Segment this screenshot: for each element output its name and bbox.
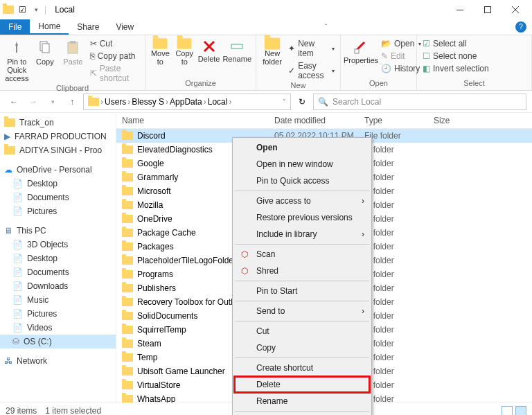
minimize-button[interactable] [446,0,474,19]
cm-rename[interactable]: Rename [234,393,370,409]
context-menu: Open Open in new window Pin to Quick acc… [232,137,372,415]
cut-button[interactable]: ✂Cut [89,38,141,49]
sidebar-item[interactable]: 📄Documents [0,265,116,279]
cm-scan[interactable]: ⬡Scan [234,246,370,263]
cm-delete[interactable]: Delete [234,376,370,393]
cm-send-to[interactable]: Send to› [234,303,370,319]
back-button[interactable]: ← [6,97,22,107]
copy-button[interactable]: Copy [33,37,58,84]
history-icon: 🕘 [381,64,391,73]
sidebar-item[interactable]: ☁OneDrive - Personal [0,163,116,177]
properties-button[interactable]: Properties [345,37,377,79]
folder-icon [122,353,133,362]
search-input[interactable]: 🔍 Search Local [313,94,526,110]
sidebar-item[interactable]: ⛁OS (C:) [0,335,116,348]
breadcrumb-segment[interactable]: AppData [170,97,202,107]
tab-share[interactable]: Share [69,19,107,35]
svg-rect-3 [42,44,49,53]
recent-button[interactable]: ▾ [44,98,61,105]
new-folder-button[interactable]: New folder [260,37,284,81]
sidebar-item[interactable]: ▶FARRAD PRODUCTION [0,130,116,143]
column-type[interactable]: Type [364,116,434,125]
select-all-button[interactable]: ☑Select all [421,38,490,49]
breadcrumb-segment[interactable]: Local [208,97,228,107]
cm-restore-previous[interactable]: Restore previous versions [234,209,370,226]
cm-include-in-library[interactable]: Include in library› [234,226,370,242]
chevron-right-icon: › [362,229,364,239]
paste-shortcut-button[interactable]: ⇱Paste shortcut [89,63,141,84]
sidebar-item[interactable]: 📄Desktop [0,177,116,191]
breadcrumb[interactable]: › Users› Blessy S› AppData› Local› ˅ [83,94,291,110]
folder-icon [122,367,133,376]
breadcrumb-segment[interactable]: Blessy S [132,97,164,107]
address-bar: ← → ▾ ↑ › Users› Blessy S› AppData› Loca… [0,91,532,113]
copy-path-button[interactable]: ⎘Copy path [89,51,141,62]
sidebar-item[interactable]: 📄3D Objects [0,238,116,251]
edit-button[interactable]: ✎Edit [380,51,423,62]
sidebar-item[interactable]: 📄Music [0,293,116,307]
cm-shred[interactable]: ⬡Shred [234,263,370,279]
minimize-ribbon-icon[interactable]: ˇ [325,24,327,31]
open-button[interactable]: 📂Open▾ [380,38,423,49]
history-button[interactable]: 🕘History [380,63,423,74]
sidebar-item[interactable]: 🖥This PC [0,224,116,238]
sidebar-item[interactable]: 📄Downloads [0,279,116,293]
tab-view[interactable]: View [107,19,142,35]
cm-cut[interactable]: Cut [234,323,370,339]
pasteshortcut-icon: ⇱ [90,69,97,78]
column-name[interactable]: Name [122,116,274,125]
checkbox-icon[interactable]: ☑ [17,4,28,15]
sidebar-item[interactable]: 📄Desktop [0,251,116,265]
sidebar-item[interactable]: 📄Pictures [0,307,116,321]
sidebar-item[interactable]: 📄Videos [0,321,116,335]
breadcrumb-dropdown-icon[interactable]: ˅ [283,98,286,105]
sidebar-item[interactable]: 🖧Network [0,354,116,368]
folder-icon [122,298,133,306]
refresh-button[interactable]: ↻ [294,97,310,107]
move-to-button[interactable]: Move to [150,37,171,79]
column-headers[interactable]: Name Date modified Type Size [116,113,532,129]
cm-pin-quick-access[interactable]: Pin to Quick access [234,173,370,189]
sidebar-item[interactable]: 📄Pictures [0,204,116,218]
sidebar-item[interactable]: 📄Documents [0,191,116,204]
cm-give-access-to[interactable]: Give access to› [234,193,370,209]
pin-to-quick-access-button[interactable]: Pin to Quick access [4,37,30,84]
shield-icon: ⬡ [240,266,249,276]
tab-home[interactable]: Home [30,19,69,35]
navigation-pane[interactable]: Track_on▶FARRAD PRODUCTIONADITYA SINGH -… [0,113,116,403]
new-item-button[interactable]: ✦New item▾ [287,38,336,59]
sidebar-item[interactable]: ADITYA SINGH - Proo [0,143,116,157]
select-none-button[interactable]: ☐Select none [421,51,490,62]
paste-button[interactable]: Paste [60,37,86,84]
easy-access-button[interactable]: ✓Easy access▾ [287,60,336,81]
cm-pin-to-start[interactable]: Pin to Start [234,283,370,299]
folder-icon [122,256,133,265]
help-icon[interactable]: ? [515,21,526,33]
sidebar-item[interactable]: Track_on [0,116,116,130]
window-title: Local [55,5,75,15]
cm-copy[interactable]: Copy [234,339,370,356]
delete-button[interactable]: Delete [198,37,220,79]
svg-rect-4 [68,42,78,53]
cm-create-shortcut[interactable]: Create shortcut [234,360,370,376]
details-view-button[interactable] [502,406,513,416]
rename-button[interactable]: Rename [222,37,251,79]
tab-file[interactable]: File [0,19,30,35]
column-date[interactable]: Date modified [274,116,364,125]
cm-open-new-window[interactable]: Open in new window [234,156,370,173]
folder-icon [122,395,133,403]
folder-icon [122,326,133,334]
close-button[interactable] [502,0,529,19]
up-button[interactable]: ↑ [64,97,80,107]
cm-open[interactable]: Open [234,139,370,156]
copy-to-button[interactable]: Copy to [174,37,195,79]
column-size[interactable]: Size [434,116,526,125]
svg-rect-6 [231,44,242,48]
breadcrumb-segment[interactable]: Users [105,97,126,107]
invert-selection-button[interactable]: ◧Invert selection [421,63,490,74]
large-icons-view-button[interactable] [515,406,526,416]
dropdown-icon[interactable]: ▾ [30,4,42,15]
forward-button[interactable]: → [25,97,42,107]
folder-icon [4,146,15,154]
maximize-button[interactable] [474,0,502,19]
